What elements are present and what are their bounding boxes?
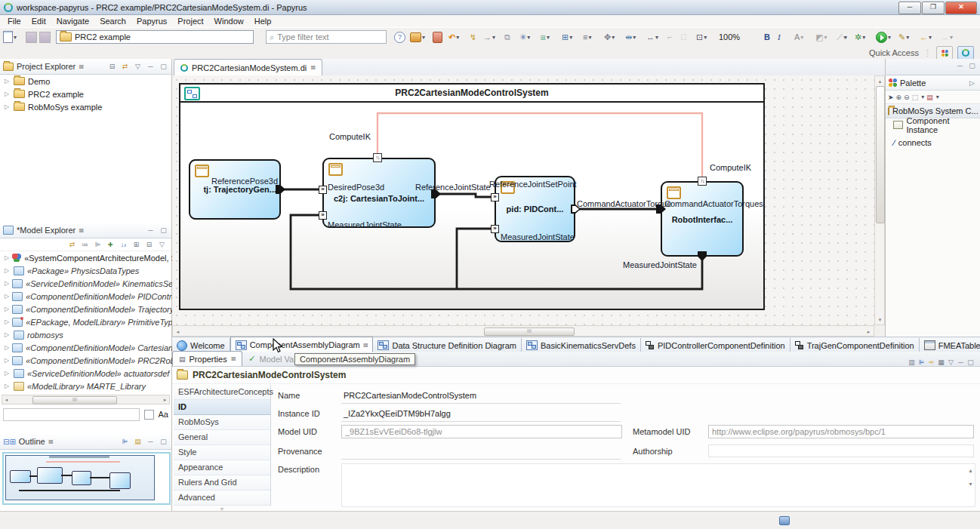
canvas-hscrollbar[interactable]: ◂ III ▸: [172, 325, 874, 337]
description-scroll-up[interactable]: ▲: [966, 466, 975, 475]
select-hand-icon[interactable]: ✥▾: [604, 30, 615, 44]
menu-search[interactable]: Search: [95, 16, 131, 26]
zoom-combo[interactable]: 100%▾: [719, 30, 847, 44]
project-item-prc2[interactable]: ▷ PRC2 example: [0, 88, 171, 100]
name-value[interactable]: PRC2CartesianModeControlSystem: [344, 391, 476, 400]
maximize-view-icon[interactable]: ▢: [159, 63, 168, 70]
description-textarea[interactable]: [341, 463, 975, 507]
tab-basic-kinematics[interactable]: BasicKinematicsServDefs: [522, 338, 641, 352]
layers-icon[interactable]: ⊞▾: [562, 30, 572, 44]
new-button[interactable]: ▾: [3, 30, 17, 44]
case-sensitive-checkbox[interactable]: [144, 410, 154, 420]
model-item-package[interactable]: ▷ «Package» PhysicsDataTypes: [0, 264, 171, 277]
outline-tree-icon[interactable]: ⊫: [120, 438, 130, 445]
project-item-demo[interactable]: ▷ Demo: [0, 75, 171, 88]
description-scroll-down[interactable]: ▼: [966, 480, 975, 488]
side-tab-style[interactable]: Style: [174, 445, 270, 460]
minimize-button[interactable]: ─: [898, 2, 921, 14]
props-pin-icon[interactable]: ▥: [907, 358, 917, 366]
forward-icon[interactable]: →▾: [483, 30, 495, 44]
menu-papyrus[interactable]: Papyrus: [132, 16, 171, 26]
zoom-fit-icon[interactable]: ✳▾: [519, 30, 530, 44]
save-all-button[interactable]: [39, 30, 51, 44]
bold-button[interactable]: B: [764, 30, 770, 44]
me-maximize-icon[interactable]: ▢: [159, 226, 168, 234]
palette-maximize-icon[interactable]: ▢: [967, 62, 977, 69]
editor-tab[interactable]: PRC2CartesianModeSystem.di ⊠: [174, 59, 322, 75]
tab-close-icon[interactable]: ⊠: [363, 342, 368, 349]
align-icon[interactable]: ≡▾: [583, 30, 591, 44]
model-item-root[interactable]: ▷ «SystemComponentArchitectureModel, S: [0, 251, 171, 264]
props-pin-view-icon[interactable]: ➾: [926, 358, 936, 366]
outline-close-icon[interactable]: ⊠: [48, 438, 54, 445]
side-tab-rulers[interactable]: Rulers And Grid: [174, 475, 270, 491]
outline-minimize-icon[interactable]: ─: [146, 438, 156, 445]
outline-overview-icon[interactable]: ▤: [133, 438, 143, 445]
me-list-icon[interactable]: ≔: [80, 241, 90, 248]
route-icon[interactable]: ⇹▾: [625, 30, 636, 44]
note-icon[interactable]: ▤: [926, 94, 933, 101]
tab-pid-controller[interactable]: PIDControllerComponentDefinition: [641, 338, 790, 352]
side-tab-appearance[interactable]: Appearance: [174, 460, 270, 475]
me-sort-icon[interactable]: ↓z: [119, 241, 128, 248]
props-maximize-icon[interactable]: ▢: [966, 358, 975, 366]
tab-component-assembly[interactable]: ComponentAssemblyDiagram ⊠: [230, 337, 374, 352]
menu-navigate[interactable]: Navigate: [52, 16, 94, 26]
port-pid-in2[interactable]: »: [491, 225, 499, 233]
side-tab-robmosys[interactable]: RobMoSys: [174, 415, 270, 430]
props-minimize-icon[interactable]: ─: [956, 358, 966, 366]
quick-access[interactable]: Quick Access: [869, 48, 919, 57]
model-item-primitives[interactable]: ▷ «EPackage, ModelLibrary» PrimitiveType…: [0, 315, 171, 328]
marquee-icon[interactable]: ⬚: [912, 94, 919, 101]
menu-help[interactable]: Help: [250, 16, 276, 26]
me-link-icon[interactable]: ⇄: [67, 241, 77, 248]
run-icon[interactable]: ▾: [876, 30, 891, 44]
wire-refjointstate[interactable]: [436, 194, 495, 197]
me-expand-icon[interactable]: ⊞: [131, 241, 141, 248]
maximize-button[interactable]: ❐: [922, 2, 945, 14]
model-item-marte[interactable]: ▷ «ModelLibrary» MARTE_Library: [0, 380, 171, 392]
palette-item-component-instance[interactable]: Component Instance: [886, 118, 980, 131]
tab-data-structure[interactable]: Data Structure Definition Diagram: [373, 338, 521, 352]
wire-measured-pid[interactable]: [457, 229, 492, 289]
model-item-kinematics[interactable]: ▷ «ServiceDefinitionModel» KinematicsSer…: [0, 277, 171, 290]
view-menu-icon[interactable]: ▽: [133, 63, 143, 70]
back-icon[interactable]: ←▾: [920, 30, 932, 44]
undo-icon[interactable]: ↶▾: [448, 30, 459, 44]
italic-button[interactable]: I: [778, 30, 781, 44]
validate-icon[interactable]: ✲▾: [855, 30, 865, 44]
papyrus-perspective-icon[interactable]: [957, 46, 974, 60]
tab-fmea[interactable]: FMEATable0: [920, 338, 980, 352]
port-c2j-in2[interactable]: »: [319, 211, 327, 220]
copy-icon[interactable]: ⧉: [504, 30, 510, 44]
port-robot-computeik[interactable]: ↑↓: [698, 177, 707, 186]
properties-close-icon[interactable]: ⊠: [231, 355, 236, 362]
canvas-vscrollbar[interactable]: ▴ ▾: [874, 75, 885, 325]
metamodel-uid-input[interactable]: [708, 425, 974, 438]
side-tab-general[interactable]: General: [174, 430, 270, 445]
font-color-button[interactable]: A▾: [794, 30, 803, 44]
side-tab-advanced[interactable]: Advanced: [174, 491, 270, 506]
model-explorer-hscrollbar[interactable]: ◂ III ▸: [2, 395, 170, 404]
outline-maximize-icon[interactable]: ▢: [159, 438, 168, 445]
palette-pin-icon[interactable]: ▷: [967, 79, 977, 87]
open-perspective-icon[interactable]: [936, 46, 953, 60]
close-button[interactable]: ✕: [945, 2, 977, 14]
resize-icon[interactable]: ↔▾: [646, 30, 658, 44]
me-collapse-icon[interactable]: ⊟: [144, 241, 154, 248]
link-run-icon[interactable]: ↯: [470, 30, 476, 44]
next-icon[interactable]: →▾: [941, 30, 953, 44]
props-menu-icon[interactable]: ▽: [946, 358, 956, 366]
paste-icon[interactable]: [433, 30, 442, 44]
authorship-input[interactable]: [708, 444, 974, 457]
port-pid-in1[interactable]: »: [491, 193, 499, 201]
pen-icon[interactable]: ✎▾: [898, 30, 909, 44]
filter-search-input[interactable]: ⌕ Type filter text: [266, 30, 387, 44]
model-item-prc2robot[interactable]: ▷ «ComponentDefinitionModel» PRC2Robot: [0, 354, 171, 367]
help-icon[interactable]: ?: [394, 30, 405, 44]
palette-minimize-icon[interactable]: ─: [955, 62, 965, 69]
side-tab-esf[interactable]: ESFArchitectureConcepts: [174, 385, 270, 400]
model-item-cartesian[interactable]: ▷ «ComponentDefinitionModel» CartesianTc: [0, 341, 171, 354]
port-c2j-computeik[interactable]: ↑↓: [373, 153, 382, 162]
props-tree-icon[interactable]: ⊫: [917, 358, 926, 366]
